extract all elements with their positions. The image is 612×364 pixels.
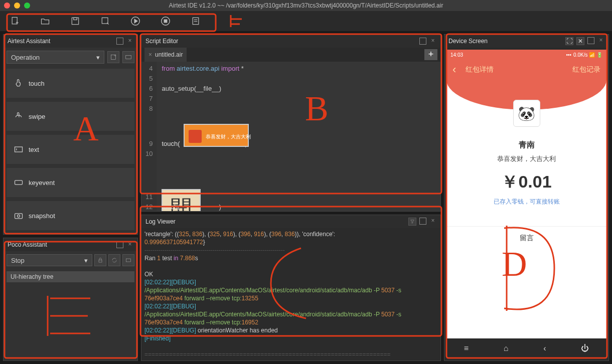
- keyevent-action-button[interactable]: keyevent: [7, 168, 134, 197]
- poco-title: Poco Assistant: [8, 241, 47, 248]
- svg-rect-24: [126, 259, 131, 262]
- minimize-window-icon[interactable]: [14, 3, 20, 9]
- script-editor-title: Script Editor: [145, 38, 178, 45]
- stop-icon[interactable]: [160, 16, 172, 27]
- snapshot-action-label: snapshot: [29, 212, 55, 220]
- nav-right-link[interactable]: 红包记录: [572, 65, 600, 74]
- code-text: *: [239, 65, 244, 72]
- capture-icon[interactable]: [122, 51, 134, 63]
- snapshot-action-button[interactable]: snapshot: [7, 201, 134, 230]
- greeting-text: 恭喜发财，大吉大利: [446, 154, 606, 163]
- android-nav-bar: ≡ ⌂ ‹ ⏻: [446, 338, 606, 358]
- status-time: 14:03: [450, 52, 463, 58]
- detach-icon[interactable]: [116, 241, 123, 248]
- new-tab-button[interactable]: +: [424, 49, 437, 60]
- script-editor-panel: Script Editor × ×untitled.air + 45678 91…: [141, 34, 441, 212]
- window-titlebar: Airtest IDE v1.2.0 ~~ /var/folders/ky/31…: [0, 0, 612, 11]
- traffic-lights: [4, 3, 30, 9]
- home-icon[interactable]: ⌂: [504, 344, 509, 353]
- balance-note[interactable]: 已存入零钱，可直接转账: [446, 198, 606, 206]
- menu-icon[interactable]: ≡: [464, 344, 469, 353]
- window-title: Airtest IDE v1.2.0 ~~ /var/folders/ky/31…: [169, 2, 443, 9]
- detach-icon[interactable]: [419, 218, 426, 225]
- svg-rect-3: [72, 18, 78, 24]
- keyword: from: [162, 65, 175, 72]
- text-action-button[interactable]: text: [7, 135, 134, 164]
- save-icon[interactable]: [69, 16, 81, 27]
- close-window-icon[interactable]: [4, 3, 10, 9]
- sender-avatar: 🐼: [513, 100, 540, 127]
- phone-status-bar: 14:03 •••0.0K/s 📶 🔋: [446, 50, 606, 60]
- log-viewer-panel: Log Viewer × 'rectangle': ((325, 836), (…: [141, 215, 441, 361]
- lock-icon[interactable]: [94, 254, 106, 266]
- chevron-down-icon: ▾: [84, 257, 88, 264]
- airtest-assistant-title: Airtest Assistant: [8, 38, 50, 45]
- log-viewer-title: Log Viewer: [145, 218, 176, 225]
- log-output[interactable]: 'rectangle': ((325, 836), (325, 916), (3…: [141, 228, 440, 360]
- code-editor[interactable]: 45678 910 1112 from airtest.core.api imp…: [141, 62, 440, 211]
- template-image-redpacket[interactable]: 恭喜发财，大吉大利: [184, 124, 249, 147]
- power-icon[interactable]: ⏻: [581, 344, 589, 353]
- zoom-window-icon[interactable]: [24, 3, 30, 9]
- log-report-icon[interactable]: [190, 16, 202, 27]
- poco-record-icon[interactable]: [122, 254, 134, 266]
- operation-select-label: Operation: [11, 54, 40, 61]
- airtest-assistant-panel: Airtest Assistant × Operation▾ touch swi…: [3, 34, 138, 235]
- back-icon[interactable]: ‹: [452, 63, 456, 76]
- line-gutter: 45678 910 1112: [141, 62, 157, 211]
- save-as-icon[interactable]: [99, 16, 111, 27]
- close-panel-icon[interactable]: ×: [429, 38, 436, 45]
- status-net: 0.0K/s: [573, 52, 587, 58]
- svg-rect-12: [111, 55, 115, 59]
- text-action-label: text: [29, 146, 39, 153]
- module: airtest.core.api: [177, 65, 219, 72]
- main-toolbar: [0, 11, 612, 31]
- sender-name: 青南: [446, 140, 606, 150]
- ui-hierarchy-tree[interactable]: UI-hierachy tree: [7, 271, 134, 282]
- device-mirror[interactable]: 14:03 •••0.0K/s 📶 🔋 ‹ 红包详情 红包记录 🐼 青南 恭喜发…: [446, 50, 606, 358]
- svg-rect-21: [15, 214, 23, 219]
- poco-assistant-panel: Poco Assistant × Stop▾ UI-hierachy tree: [3, 238, 138, 361]
- svg-rect-15: [15, 147, 23, 152]
- svg-rect-23: [99, 260, 102, 263]
- svg-rect-8: [164, 20, 167, 23]
- record-icon[interactable]: [107, 51, 119, 63]
- back-nav-icon[interactable]: ‹: [543, 344, 546, 353]
- tools-icon[interactable]: ✕: [576, 37, 584, 45]
- aspect-icon[interactable]: ⛶: [565, 37, 573, 45]
- filter-icon[interactable]: [408, 218, 416, 226]
- open-folder-icon[interactable]: [39, 16, 51, 27]
- leave-message[interactable]: 留言: [446, 226, 606, 243]
- poco-mode-select[interactable]: Stop▾: [7, 254, 92, 266]
- refresh-icon[interactable]: [108, 254, 120, 266]
- svg-rect-17: [15, 180, 23, 185]
- editor-tab[interactable]: ×untitled.air: [144, 48, 187, 62]
- touch-action-label: touch: [29, 80, 45, 87]
- nav-title: 红包详情: [466, 65, 494, 74]
- detach-icon[interactable]: [419, 38, 426, 45]
- keyevent-action-label: keyevent: [29, 179, 55, 187]
- poco-mode-label: Stop: [11, 257, 25, 264]
- touch-action-button[interactable]: touch: [7, 69, 134, 98]
- new-file-icon[interactable]: [9, 16, 21, 27]
- svg-point-13: [114, 55, 115, 56]
- editor-tab-label: untitled.air: [155, 51, 183, 58]
- chevron-down-icon: ▾: [96, 54, 100, 61]
- svg-rect-5: [102, 18, 108, 24]
- device-screen-panel: Device Screen ⛶ ✕ × 14:03 •••0.0K/s 📶 🔋 …: [444, 34, 609, 361]
- close-panel-icon[interactable]: ×: [597, 37, 604, 44]
- function-call: touch(: [162, 140, 180, 147]
- close-panel-icon[interactable]: ×: [126, 241, 133, 248]
- close-panel-icon[interactable]: ×: [429, 218, 436, 225]
- device-screen-title: Device Screen: [448, 38, 488, 45]
- detach-icon[interactable]: [587, 37, 594, 44]
- operation-select[interactable]: Operation▾: [7, 51, 104, 64]
- detach-icon[interactable]: [116, 38, 123, 45]
- amount-text: ￥0.01: [446, 170, 606, 194]
- close-panel-icon[interactable]: ×: [126, 38, 133, 45]
- tab-close-icon[interactable]: ×: [148, 51, 152, 58]
- run-icon[interactable]: [129, 16, 141, 27]
- swipe-action-button[interactable]: swipe: [7, 102, 134, 131]
- code-line: auto_setup(__file__): [162, 84, 435, 94]
- svg-rect-4: [74, 18, 77, 20]
